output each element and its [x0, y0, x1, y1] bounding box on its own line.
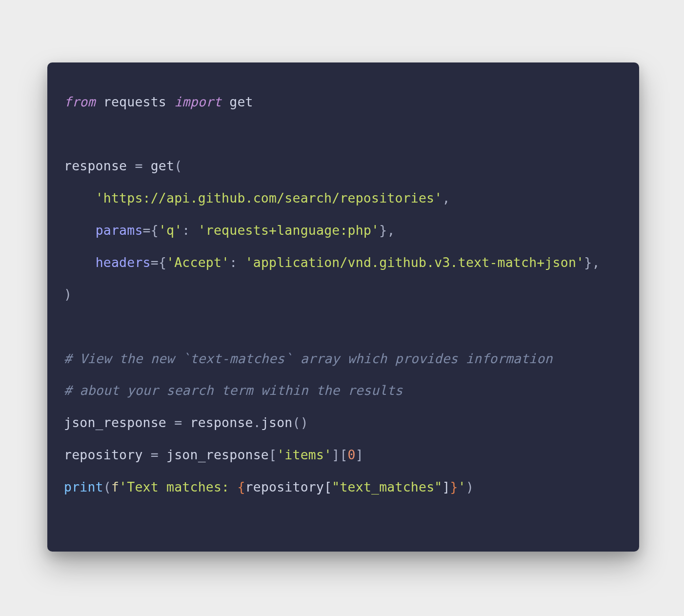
open-brace: { [159, 255, 166, 270]
code-line: repository = json_response['items'][0] [64, 447, 363, 462]
fstring-expr: repository [245, 479, 324, 494]
imported-name: get [221, 94, 253, 109]
print-call: print [64, 479, 103, 494]
string-quote: ' [458, 479, 466, 494]
var-response: response [64, 158, 135, 173]
fstring-text: Text matches: [127, 479, 237, 494]
indent [64, 190, 96, 205]
comma: , [442, 190, 450, 205]
string-quote: ' [119, 479, 127, 494]
close-paren: ) [466, 479, 474, 494]
code-block: from requests import get response = get(… [64, 86, 623, 503]
open-paren: ( [103, 479, 111, 494]
var-json-response: json_response [64, 415, 174, 430]
bracket: [ [269, 447, 277, 462]
colon: : [182, 223, 198, 238]
open-paren: ( [174, 158, 182, 173]
code-line: print(f'Text matches: {repository["text_… [64, 479, 474, 494]
fstring-close-brace: } [450, 479, 458, 494]
close-brace: } [379, 223, 387, 238]
method-json: json [261, 415, 293, 430]
dict-value: 'application/vnd.github.v3.text-match+js… [245, 255, 584, 270]
kw-headers: headers [96, 255, 151, 270]
fstring-prefix: f [111, 479, 119, 494]
page: from requests import get response = get(… [0, 0, 684, 616]
code-line: 'https://api.github.com/search/repositor… [64, 190, 450, 205]
module-name: requests [96, 94, 175, 109]
bracket: ] [356, 447, 363, 462]
equal-sign: = [174, 415, 182, 430]
call-get: get [143, 158, 175, 173]
close-paren: ) [64, 287, 72, 302]
equal-sign: = [135, 158, 142, 173]
var-json-response: json_response [159, 447, 269, 462]
close-brace: } [584, 255, 592, 270]
keyword-from: from [64, 94, 96, 109]
dict-value: 'requests+language:php' [198, 223, 380, 238]
bracket: ] [332, 447, 340, 462]
code-line: params={'q': 'requests+language:php'}, [64, 223, 395, 238]
index-zero: 0 [348, 447, 356, 462]
code-card: from requests import get response = get(… [47, 62, 639, 552]
colon: : [229, 255, 245, 270]
fstring-key: "text_matches" [332, 479, 442, 494]
bracket: [ [340, 447, 347, 462]
indent [64, 255, 96, 270]
code-line: from requests import get [64, 94, 253, 109]
var-repository: repository [64, 447, 151, 462]
keyword-import: import [174, 94, 221, 109]
code-line: headers={'Accept': 'application/vnd.gith… [64, 255, 600, 270]
subscript-key: 'items' [277, 447, 332, 462]
comment-line: # about your search term within the resu… [64, 383, 403, 398]
dot: . [253, 415, 261, 430]
comma: , [592, 255, 600, 270]
equal-sign: = [143, 223, 151, 238]
code-line: response = get( [64, 158, 182, 173]
open-brace: { [151, 223, 159, 238]
code-line: json_response = response.json() [64, 415, 308, 430]
indent [64, 223, 96, 238]
kw-params: params [96, 223, 143, 238]
fstring-open-brace: { [237, 479, 245, 494]
comment-line: # View the new `text-matches` array whic… [64, 351, 553, 366]
bracket: ] [442, 479, 450, 494]
var-response: response [182, 415, 253, 430]
url-string: 'https://api.github.com/search/repositor… [96, 190, 443, 205]
call-parens: () [293, 415, 308, 430]
bracket: [ [324, 479, 332, 494]
code-line: ) [64, 287, 72, 302]
equal-sign: = [151, 447, 159, 462]
dict-key: 'q' [159, 223, 182, 238]
equal-sign: = [151, 255, 159, 270]
comma: , [387, 223, 395, 238]
dict-key: 'Accept' [166, 255, 229, 270]
